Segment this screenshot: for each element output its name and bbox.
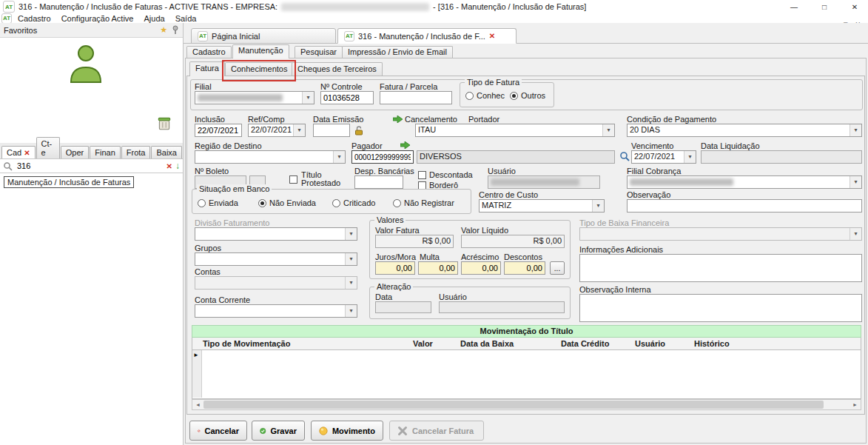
observacao-interna-textarea[interactable]	[579, 294, 862, 322]
grid-horizontal-scrollbar[interactable]: ◄ ►	[192, 399, 861, 410]
dropdown-icon[interactable]: ▾	[345, 253, 357, 265]
sidebar-tab-cad[interactable]: Cad ✕	[1, 146, 36, 158]
sidebar-tab-finan[interactable]: Finan	[90, 146, 121, 158]
pin-icon[interactable]	[172, 25, 179, 35]
dropdown-icon[interactable]: ▾	[850, 124, 861, 136]
data-emissao-input[interactable]	[313, 124, 350, 137]
tab-cadastro[interactable]: Cadastro	[186, 46, 232, 58]
fatura-parcela-input[interactable]	[380, 91, 452, 104]
vencimento-select[interactable]: 22/07/2021 ▾	[631, 150, 696, 164]
acrescimo-input[interactable]	[461, 261, 501, 275]
divisao-faturamento-select[interactable]: ▾	[195, 227, 357, 241]
radio-enviada-circle[interactable]	[198, 199, 206, 207]
dropdown-icon[interactable]: ▾	[850, 176, 861, 188]
dropdown-icon[interactable]: ▾	[345, 228, 357, 240]
grid-col-historico[interactable]: Histórico	[694, 339, 730, 348]
scrollbar-thumb[interactable]	[203, 401, 824, 409]
tab-pagina-inicial[interactable]: AT Página Inicial	[191, 28, 336, 44]
inclusao-input[interactable]	[195, 124, 242, 137]
menu-configuracao-active[interactable]: Configuração Active	[57, 14, 138, 23]
sidebar-tab-frota[interactable]: Frota	[121, 146, 151, 158]
observacao-input[interactable]	[627, 199, 862, 213]
scroll-left-icon[interactable]: ◄	[192, 402, 203, 407]
dropdown-icon[interactable]: ▾	[345, 277, 357, 289]
tipo-baixa-select[interactable]: ▾	[579, 227, 862, 241]
centro-custo-select[interactable]: MATRIZ ▾	[479, 199, 605, 213]
radio-outros-circle[interactable]	[510, 92, 518, 100]
titulo-protestado-box[interactable]	[289, 175, 297, 184]
dropdown-icon[interactable]: ▾	[602, 124, 614, 136]
dropdown-icon[interactable]: ▾	[684, 151, 696, 163]
ref-comp-select[interactable]: 22/07/2021 ▾	[248, 124, 306, 137]
star-icon[interactable]: ★	[160, 25, 167, 35]
menu-cadastro[interactable]: Cadastro	[13, 14, 55, 23]
dropdown-icon[interactable]: ▾	[293, 124, 305, 136]
dropdown-icon[interactable]: ▾	[345, 305, 357, 317]
grid-col-data-baixa[interactable]: Data da Baixa	[460, 339, 514, 348]
tab-impressao-envio-email[interactable]: Impressão / Envio de Email	[342, 46, 453, 58]
regiao-destino-select[interactable]: ▾	[195, 150, 346, 164]
sidebar-tab-cte[interactable]: Ct-e	[36, 137, 60, 158]
pagador-arrow-icon[interactable]	[400, 141, 410, 149]
minimize-icon[interactable]: —	[781, 3, 807, 11]
radio-nao-registrar-circle[interactable]	[393, 199, 401, 207]
grid-col-valor[interactable]: Valor	[413, 339, 433, 348]
scroll-right-icon[interactable]: ►	[850, 402, 861, 407]
tab-manutencao[interactable]: Manutenção	[232, 44, 289, 58]
dropdown-icon[interactable]: ▾	[592, 200, 604, 212]
cancelar-button[interactable]: Cancelar	[189, 421, 247, 441]
close-tab-icon[interactable]: ✕	[24, 149, 30, 157]
search-clear-icon[interactable]: ✕	[166, 162, 172, 170]
multa-input[interactable]	[418, 261, 458, 275]
radio-outros[interactable]: Outros	[510, 91, 545, 100]
radio-conhec[interactable]: Conhec	[465, 91, 505, 100]
tab-cheques-de-terceiros[interactable]: Cheques de Terceiros	[292, 62, 383, 76]
maximize-icon[interactable]: □	[811, 3, 838, 11]
tab-fatura[interactable]: Fatura	[189, 61, 225, 76]
radio-nao-enviada[interactable]: Não Enviada	[258, 198, 316, 207]
grid-col-data-credito[interactable]: Data Crédito	[561, 339, 609, 348]
cancelamento-arrow-icon[interactable]	[393, 116, 403, 123]
tab-close-icon[interactable]: ✕	[489, 32, 495, 40]
grid-body[interactable]: ►	[192, 350, 861, 399]
portador-select[interactable]: ITAU ▾	[415, 124, 615, 137]
user-icon[interactable]	[68, 44, 104, 84]
more-values-button[interactable]: ...	[550, 261, 565, 275]
grid-col-tipo-movimentacao[interactable]: Tipo de Movimentação	[203, 339, 290, 348]
radio-nao-enviada-circle[interactable]	[258, 199, 266, 207]
informacoes-adicionais-textarea[interactable]	[579, 254, 862, 282]
lock-icon[interactable]	[354, 125, 363, 135]
menu-saida[interactable]: Saída	[171, 14, 201, 23]
titulo-protestado-checkbox[interactable]	[289, 175, 297, 184]
desp-bancarias-input[interactable]	[354, 175, 403, 189]
tab-316-manutencao-faturas[interactable]: AT 316 - Manutenção / Inclusão de F... ✕	[337, 28, 517, 44]
pagador-search-icon[interactable]	[619, 151, 630, 161]
tree-item-manutencao-faturas[interactable]: Manutenção / Inclusão de Faturas	[4, 176, 134, 188]
gravar-button[interactable]: Gravar	[252, 421, 305, 441]
radio-enviada[interactable]: Enviada	[198, 198, 238, 207]
descontada-checkbox[interactable]: Descontada	[418, 170, 473, 179]
condicao-pagamento-select[interactable]: 20 DIAS ▾	[627, 124, 862, 137]
descontos-input[interactable]	[504, 261, 545, 275]
search-go-icon[interactable]: ↓	[175, 161, 180, 171]
sidebar-tab-oper[interactable]: Oper	[61, 146, 89, 158]
radio-criticado[interactable]: Criticado	[332, 198, 375, 207]
filial-cobranca-select[interactable]: ▾	[627, 175, 862, 189]
dropdown-icon[interactable]: ▾	[333, 151, 345, 163]
menu-ajuda[interactable]: Ajuda	[139, 14, 169, 23]
pagador-code-input[interactable]	[351, 150, 414, 164]
close-icon[interactable]: ✕	[841, 3, 868, 11]
contas-select[interactable]: ▾	[195, 276, 357, 290]
grid-col-usuario[interactable]: Usuário	[635, 339, 665, 348]
trash-icon[interactable]	[156, 115, 172, 131]
controle-input[interactable]	[320, 91, 374, 104]
cancelamento-label[interactable]: Cancelamento	[405, 115, 457, 124]
radio-conhec-circle[interactable]	[465, 92, 474, 100]
cancelar-fatura-button[interactable]: Cancelar Fatura	[389, 421, 484, 441]
dropdown-icon[interactable]: ▾	[850, 228, 861, 240]
dropdown-icon[interactable]: ▾	[302, 92, 314, 104]
radio-nao-registrar[interactable]: Não Registrar	[393, 198, 454, 207]
bordero-box[interactable]	[418, 181, 426, 190]
conta-corrente-select[interactable]: ▾	[195, 304, 357, 318]
filial-select[interactable]: ▾	[195, 91, 314, 104]
